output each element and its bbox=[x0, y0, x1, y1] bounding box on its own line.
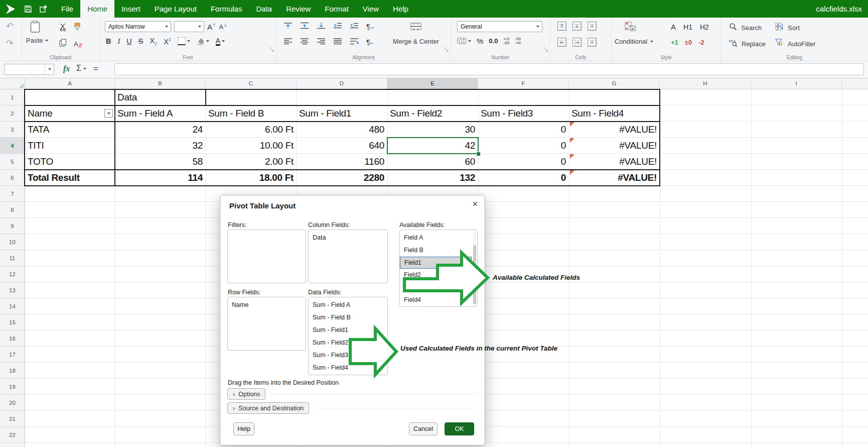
column-header-I[interactable]: I bbox=[751, 78, 842, 89]
cell-D3[interactable]: 480 bbox=[297, 122, 387, 138]
cancel-button[interactable]: Cancel bbox=[409, 422, 438, 435]
menu-tab-insert[interactable]: Insert bbox=[114, 0, 148, 18]
row-header-19[interactable]: 19 bbox=[0, 379, 25, 395]
font-color-button[interactable]: A bbox=[216, 37, 225, 46]
alignment-dialog-launcher-icon[interactable] bbox=[444, 45, 449, 54]
cell-A2[interactable]: Name bbox=[25, 105, 115, 122]
strikethrough-button[interactable]: S bbox=[138, 37, 143, 45]
row-header-2[interactable]: 2 bbox=[0, 105, 25, 122]
row-header-13[interactable]: 13 bbox=[0, 282, 25, 298]
align-left-icon[interactable] bbox=[283, 38, 293, 47]
column-header-A[interactable]: A bbox=[25, 78, 115, 89]
menu-tab-view[interactable]: View bbox=[356, 0, 386, 18]
cell-G3[interactable]: #VALUE! bbox=[569, 122, 660, 138]
menu-tab-file[interactable]: File bbox=[54, 0, 80, 18]
app-logo-icon[interactable] bbox=[4, 3, 17, 15]
paste-icon[interactable] bbox=[30, 21, 40, 33]
cell-D5[interactable]: 1160 bbox=[297, 154, 387, 170]
cell-A5[interactable]: TOTO bbox=[25, 154, 115, 170]
cell-E2[interactable]: Sum - Field2 bbox=[387, 105, 478, 122]
increase-font-icon[interactable]: A↑ bbox=[207, 23, 216, 31]
text-direction-icon[interactable]: ¶→ bbox=[366, 23, 374, 31]
cell-C2[interactable]: Sum - Field B bbox=[206, 105, 297, 122]
cell-B1[interactable]: Data bbox=[115, 89, 206, 105]
cell-A6[interactable]: Total Result bbox=[25, 170, 115, 186]
row-header-7[interactable]: 7 bbox=[0, 186, 25, 202]
name-box-dropdown-icon[interactable] bbox=[45, 64, 54, 74]
cell-B4[interactable]: 32 bbox=[115, 138, 206, 154]
row-header-16[interactable]: 16 bbox=[0, 330, 25, 347]
cut-icon[interactable] bbox=[59, 23, 67, 33]
ok-button[interactable]: OK bbox=[445, 422, 474, 435]
row-header-4[interactable]: 4 bbox=[0, 138, 25, 154]
cell-D2[interactable]: Sum - Field1 bbox=[297, 105, 387, 122]
style-heading2-button[interactable]: H2 bbox=[700, 23, 709, 31]
name-box[interactable] bbox=[4, 64, 54, 75]
italic-button[interactable]: I bbox=[117, 37, 120, 46]
increase-decimal-icon[interactable]: ←0 .00 bbox=[503, 37, 509, 45]
column-header-F[interactable]: F bbox=[478, 78, 569, 89]
cell-E6[interactable]: 132 bbox=[387, 170, 478, 186]
align-top-icon[interactable] bbox=[283, 22, 293, 31]
align-right-icon[interactable] bbox=[317, 38, 326, 47]
source-destination-expander[interactable]: › Source and Destination bbox=[227, 402, 309, 414]
menu-tab-page-layout[interactable]: Page Layout bbox=[148, 0, 204, 18]
row-header-11[interactable]: 11 bbox=[0, 250, 25, 266]
insert-column-left-icon[interactable]: ← bbox=[557, 38, 566, 47]
column-header-E[interactable]: E bbox=[387, 78, 478, 89]
row-field-name[interactable]: Name bbox=[228, 299, 306, 311]
align-middle-icon[interactable] bbox=[300, 22, 309, 31]
replace-button[interactable]: ba Replace bbox=[729, 39, 766, 49]
cell-E5[interactable]: 60 bbox=[387, 154, 478, 170]
cell-E3[interactable]: 30 bbox=[387, 122, 478, 138]
data-field-sum-field-a[interactable]: Sum - Field A bbox=[309, 299, 387, 311]
decrease-decimal-icon[interactable]: .00 →0 bbox=[515, 37, 521, 45]
column-header-C[interactable]: C bbox=[206, 78, 297, 89]
redo-icon[interactable]: ↷ bbox=[6, 38, 14, 48]
borders-button[interactable] bbox=[178, 37, 190, 45]
cell-B5[interactable]: 58 bbox=[115, 154, 206, 170]
conditional-formatting-icon[interactable]: ≠ bbox=[625, 22, 636, 31]
style-good-button[interactable]: +1 bbox=[671, 39, 678, 46]
underline-button[interactable]: U bbox=[126, 37, 131, 45]
superscript-button[interactable]: X2 bbox=[164, 37, 171, 46]
close-icon[interactable]: × bbox=[472, 199, 478, 209]
row-header-12[interactable]: 12 bbox=[0, 266, 25, 282]
cell-D6[interactable]: 2280 bbox=[297, 170, 387, 186]
font-dialog-launcher-icon[interactable] bbox=[269, 45, 274, 54]
justify-icon[interactable] bbox=[333, 38, 342, 47]
autosum-icon[interactable]: Σ bbox=[76, 64, 86, 73]
wrap-text-icon[interactable] bbox=[350, 38, 359, 47]
filters-listbox[interactable] bbox=[227, 230, 306, 283]
menu-tab-help[interactable]: Help bbox=[386, 0, 415, 18]
style-normal-button[interactable]: A bbox=[671, 23, 676, 31]
help-button[interactable]: Help bbox=[233, 422, 254, 435]
font-name-select[interactable]: Aptos Narrow bbox=[105, 21, 171, 32]
row-header-21[interactable]: 21 bbox=[0, 411, 25, 427]
available-field-field-a[interactable]: Field A bbox=[400, 232, 477, 244]
menu-tab-review[interactable]: Review bbox=[279, 0, 318, 18]
fill-color-button[interactable] bbox=[197, 38, 209, 45]
column-header-B[interactable]: B bbox=[115, 78, 206, 89]
paste-dropdown-icon[interactable] bbox=[45, 40, 48, 42]
cell-C6[interactable]: 18.00 Ft bbox=[206, 170, 297, 186]
font-size-select[interactable] bbox=[174, 21, 204, 32]
delete-column-icon[interactable]: × bbox=[588, 38, 597, 47]
cell-G4[interactable]: #VALUE! bbox=[569, 138, 660, 154]
format-painter-icon[interactable] bbox=[74, 23, 81, 33]
cell-B3[interactable]: 24 bbox=[115, 122, 206, 138]
menu-tab-format[interactable]: Format bbox=[318, 0, 356, 18]
cell-A3[interactable]: TATA bbox=[25, 122, 115, 138]
cell-F2[interactable]: Sum - Field3 bbox=[478, 105, 569, 122]
conditional-formatting-button[interactable]: Conditional bbox=[615, 38, 653, 45]
new-window-icon[interactable] bbox=[39, 5, 47, 13]
insert-column-right-icon[interactable]: → bbox=[572, 38, 582, 47]
cell-G5[interactable]: #VALUE! bbox=[569, 154, 660, 170]
cell-F5[interactable]: 0 bbox=[478, 154, 569, 170]
cell-F4[interactable]: 0 bbox=[478, 138, 569, 154]
cell-C4[interactable]: 10.00 Ft bbox=[206, 138, 297, 154]
delete-row-icon[interactable]: × bbox=[588, 22, 597, 31]
options-expander[interactable]: › Options bbox=[227, 388, 265, 400]
comma-style-icon[interactable]: 0.0 bbox=[489, 37, 498, 45]
cell-G2[interactable]: Sum - Field4 bbox=[569, 105, 660, 122]
